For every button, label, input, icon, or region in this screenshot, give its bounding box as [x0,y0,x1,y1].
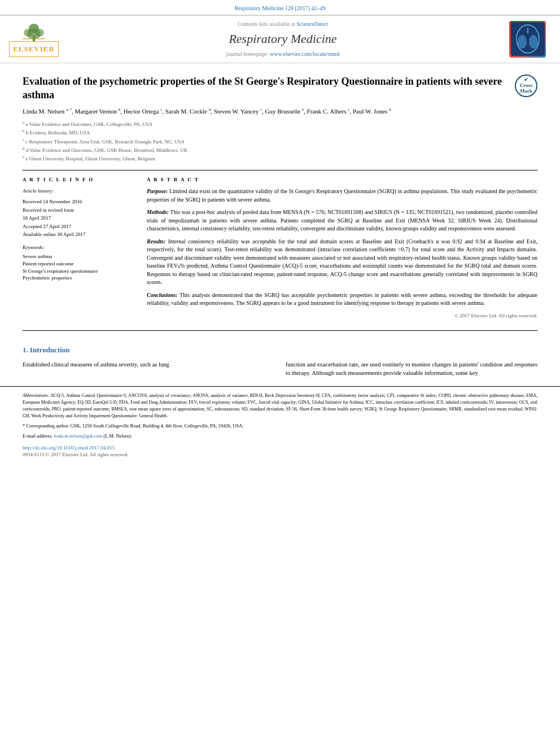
affiliations: a a Value Evidence and Outcomes, GSK, Co… [23,120,537,163]
issn-text: 0954-6111/© 2017 Elsevier Ltd. All right… [23,451,537,458]
journal-homepage-line: journal homepage: www.elsevier.com/locat… [62,50,504,58]
affiliation-a: a a Value Evidence and Outcomes, GSK, Co… [23,120,537,128]
svg-point-4 [29,24,39,33]
article-info-header: A R T I C L E I N F O [23,176,135,184]
divider-1 [23,170,537,171]
journal-center-info: Contents lists available at ScienceDirec… [62,20,504,58]
abstract-methods: Methods: This was a post-hoc analysis of… [147,208,537,233]
purpose-label: Purpose: [147,188,168,194]
abbreviations-text: Abbreviations: ACQ-5, Asthma Control Que… [23,392,537,420]
info-abstract-columns: A R T I C L E I N F O Article history: R… [23,176,537,320]
contents-label: Contents lists available at [237,21,295,27]
elsevier-tree-icon [20,21,48,41]
keyword-4: Psychometric properties [23,274,135,282]
abstract-col: A B S T R A C T Purpose: Limited data ex… [147,176,537,320]
intro-num: 1. [23,346,28,354]
journal-ref: Respiratory Medicine 128 (2017) 42–49 [234,5,325,11]
article-info-col: A R T I C L E I N F O Article history: R… [23,176,135,320]
journal-title: Respiratory Medicine [62,30,504,48]
email-suffix: (L.M. Nelsen). [103,433,132,439]
methods-label: Methods: [147,209,169,215]
email-label: E-mail address: [23,433,53,439]
corresponding-text: * Corresponding author. GSK, 1250 South … [23,423,243,429]
methods-text: This was a post-hoc analysis of pooled d… [147,209,537,231]
journal-logo-image [509,21,546,58]
copyright-text: © 2017 Elsevier Ltd. All rights reserved… [147,312,537,320]
intro-left-col: Established clinical measures of asthma … [23,360,274,378]
homepage-url[interactable]: www.elsevier.com/locate/rmed [270,51,340,57]
email-line: E-mail address: linda.m.nelsen@gsk.com (… [23,433,537,440]
journal-logo-right [509,21,549,58]
keywords-label: Keywords: [23,244,135,251]
revised-label: Received in revised form [23,207,135,214]
abstract-conclusions: Conclusions: This analysis demonstrated … [147,291,537,308]
title-section: Evaluation of the psychometric propertie… [23,75,537,102]
authors-line: Linda M. Nelsen a, *, Margaret Vernon b,… [23,107,537,116]
available-date: Available online 30 April 2017 [23,231,135,238]
bottom-links: http://dx.doi.org/10.1016/j.rmed.2017.04… [0,440,560,463]
affiliation-c: c c Respiratory Therapeutic Area Unit, G… [23,137,537,146]
intro-left-text: Established clinical measures of asthma … [23,360,274,369]
respiratory-medicine-icon [511,22,545,56]
introduction-section: 1. Introduction Established clinical mea… [0,337,560,378]
conclusions-text: This analysis demonstrated that the SGRQ… [147,292,537,307]
journal-ref-bar: Respiratory Medicine 128 (2017) 42–49 [0,0,560,15]
article-content: Evaluation of the psychometric propertie… [0,63,560,325]
abbrev-label: Abbreviations: [23,393,49,398]
crossmark-label: ✔CrossMark [520,77,532,94]
received-date: Received 14 November 2016 [23,198,135,206]
page: Respiratory Medicine 128 (2017) 42–49 [0,0,560,747]
keyword-3: St George's respiratory questionnaire [23,268,135,275]
purpose-text: Limited data exist on the quantitative v… [147,188,537,203]
intro-columns: Established clinical measures of asthma … [23,360,537,378]
affiliation-b: b b Evidera, Bethesda, MD, USA [23,128,537,137]
article-title: Evaluation of the psychometric propertie… [23,75,509,102]
results-label: Results: [147,238,165,244]
doi-link[interactable]: http://dx.doi.org/10.1016/j.rmed.2017.04… [23,445,115,451]
intro-title: 1. Introduction [23,345,537,355]
revised-date: 18 April 2017 [23,215,135,222]
abbrev-content: ACQ-5, Asthma Control Questionnaire-5; A… [23,393,537,418]
svg-point-9 [518,35,527,49]
journal-header: ELSEVIER Contents lists available at Sci… [0,15,560,63]
accepted-date: Accepted 27 April 2017 [23,223,135,230]
sciencedirect-link[interactable]: ScienceDirect [296,21,328,27]
divider-2 [23,330,537,331]
corresponding-author: * Corresponding author. GSK, 1250 South … [23,423,537,430]
elsevier-logo: ELSEVIER [11,21,56,57]
email-address[interactable]: linda.m.nelsen@gsk.com [54,433,102,439]
elsevier-logo-area: ELSEVIER [11,21,56,57]
keywords-section: Keywords: Severe asthma Patient reported… [23,244,135,282]
sciencedirect-line: Contents lists available at ScienceDirec… [62,20,504,28]
affiliation-d: d d Value Evidence and Outcomes, GSK, GS… [23,146,537,154]
intro-title-text: Introduction [30,346,70,354]
affiliation-e: e e Ghent University Hospital, Ghent Uni… [23,154,537,163]
conclusions-label: Conclusions: [147,292,177,298]
abstract-header: A B S T R A C T [147,176,537,184]
intro-right-text: function and exacerbation rate, are used… [286,360,537,378]
elsevier-name-box: ELSEVIER [9,41,59,57]
keyword-2: Patient reported outcome [23,260,135,268]
homepage-label: journal homepage: [226,51,269,57]
abstract-purpose: Purpose: Limited data exist on the quant… [147,187,537,204]
abstract-results: Results: Internal consistency reliabilit… [147,238,537,287]
results-text: Internal consistency reliability was acc… [147,238,537,286]
elsevier-brand: ELSEVIER [13,45,55,53]
intro-right-col: function and exacerbation rate, are used… [286,360,537,378]
footer-section: Abbreviations: ACQ-5, Asthma Control Que… [0,386,560,440]
keyword-1: Severe asthma [23,253,135,260]
crossmark-badge[interactable]: ✔CrossMark [515,75,537,97]
history-label: Article history: [23,187,135,195]
svg-point-10 [529,35,538,49]
